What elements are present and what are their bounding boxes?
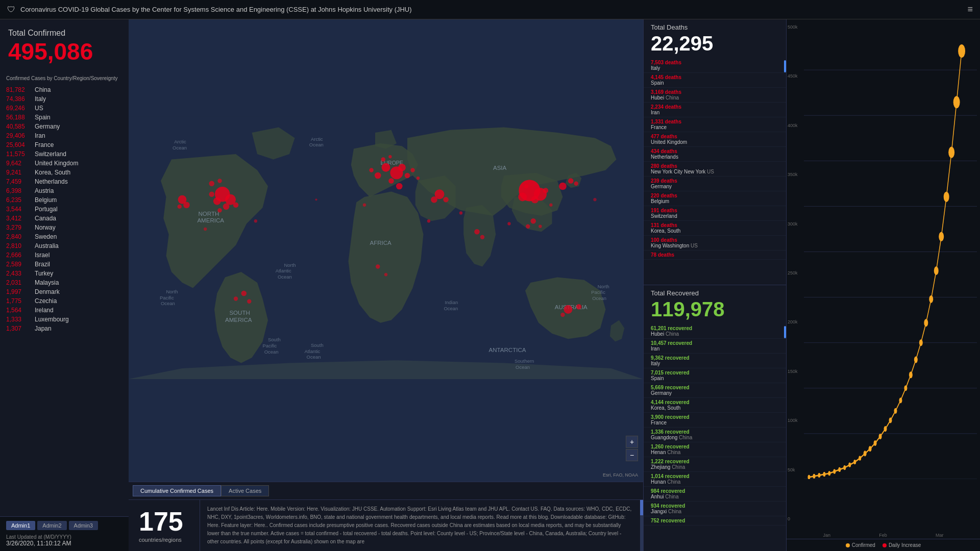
zoom-out-button[interactable]: − [626,449,638,461]
country-item[interactable]: 9,241Korea, South [0,168,129,177]
map-tab-active[interactable]: Active Cases [221,485,269,496]
svg-point-84 [507,222,510,225]
country-item[interactable]: 3,544Portugal [0,205,129,214]
menu-icon[interactable]: ≡ [967,4,973,15]
svg-point-40 [369,168,373,172]
svg-point-42 [396,183,403,190]
svg-point-85 [363,204,366,207]
svg-point-62 [568,178,574,184]
country-count: 9,241 [6,169,32,176]
country-item[interactable]: 2,666Israel [0,251,129,260]
svg-text:Pacific: Pacific [591,289,605,295]
death-count: 220 deaths [651,193,779,198]
country-name: Luxembourg [35,316,69,323]
deaths-section: Total Deaths 22,295 7,503 deathsItaly4,1… [644,19,786,285]
country-count: 69,246 [6,105,32,112]
death-count: 3,169 deaths [651,89,779,95]
map-area: NORTH AMERICA SOUTH AMERICA AFRICA ASIA … [129,19,643,551]
country-count: 74,386 [6,95,32,103]
chart-legend-item[interactable]: Daily Increase [883,542,921,548]
country-count: 2,666 [6,252,32,259]
country-item[interactable]: 2,840Sweden [0,232,129,241]
country-item[interactable]: 1,307Japan [0,324,129,333]
country-item[interactable]: 9,642United Kingdom [0,159,129,168]
country-count: 7,459 [6,178,32,185]
info-text-content: Lancet Inf Dis Article: Here. Mobile Ver… [207,506,631,544]
death-item: 2,234 deathsIran [644,103,786,117]
recovered-item: 61,201 recoveredHubei China [644,324,786,339]
country-item[interactable]: 7,459Netherlands [0,177,129,186]
country-name: Spain [35,114,51,121]
countries-label: countries/regions [139,537,182,543]
admin-tab-2[interactable]: Admin3 [69,521,98,530]
header-left: 🛡 Coronavirus COVID-19 Global Cases by t… [7,5,412,14]
recovered-item: 10,457 recoveredIran [644,339,786,354]
svg-text:Atlantic: Atlantic [304,348,320,354]
country-item[interactable]: 40,585Germany [0,122,129,131]
svg-point-81 [217,179,222,183]
country-item[interactable]: 69,246US [0,104,129,113]
recovered-scroll[interactable] [784,324,786,551]
recovered-count: 1,222 recovered [651,459,779,464]
y-axis-label: 200k [788,319,798,324]
admin-tab-0[interactable]: Admin1 [6,521,35,530]
country-name: Germany [35,123,60,130]
country-item[interactable]: 11,575Switzerland [0,149,129,159]
right-area: Total Deaths 22,295 7,503 deathsItaly4,1… [643,19,980,551]
country-name: Korea, South [35,169,70,176]
country-name: Malaysia [35,279,59,286]
deaths-scroll[interactable] [784,58,786,285]
country-item[interactable]: 74,386Italy [0,94,129,104]
svg-point-41 [388,155,391,158]
death-location: Switzerland [651,213,779,219]
country-count: 2,433 [6,270,32,277]
country-item[interactable]: 2,031Malaysia [0,278,129,287]
country-item[interactable]: 3,279Norway [0,223,129,232]
recovered-count: 1,260 recovered [651,444,779,449]
chart-legend-item[interactable]: Confirmed [846,542,875,548]
country-count: 1,775 [6,297,32,305]
country-item[interactable]: 1,997Denmark [0,287,129,296]
x-axis-label: Jan [823,533,831,538]
map-container[interactable]: NORTH AMERICA SOUTH AMERICA AFRICA ASIA … [129,19,643,482]
header-title: Coronavirus COVID-19 Global Cases by the… [20,6,412,13]
country-item[interactable]: 2,589Brazil [0,260,129,269]
country-count: 2,589 [6,261,32,268]
country-item[interactable]: 1,564Ireland [0,306,129,315]
country-item[interactable]: 2,433Turkey [0,269,129,278]
country-item[interactable]: 6,398Austria [0,186,129,195]
country-count: 9,642 [6,160,32,167]
country-item[interactable]: 29,406Iran [0,131,129,140]
map-controls: + − [626,436,638,461]
legend-label: Daily Increase [889,542,921,548]
svg-point-75 [474,229,480,235]
country-item[interactable]: 81,782China [0,85,129,94]
svg-text:Ocean: Ocean [309,142,324,147]
country-item[interactable]: 6,235Belgium [0,195,129,205]
admin-tab-1[interactable]: Admin2 [37,521,66,530]
svg-text:Ocean: Ocean [516,364,530,370]
country-name: Czechia [35,297,57,305]
death-item: 280 deathsNew York City New York US [644,162,786,177]
svg-text:Pacific: Pacific [160,295,174,300]
country-item[interactable]: 2,810Australia [0,241,129,251]
map-tab-cumulative[interactable]: Cumulative Confirmed Cases [133,485,221,496]
svg-text:Ocean: Ocean [161,300,175,306]
death-count: 477 deaths [651,134,779,139]
death-location: Iran [651,110,779,115]
country-item[interactable]: 3,412Canada [0,214,129,223]
recovered-location: Hubei China [651,331,779,337]
death-location: Belgium [651,198,779,204]
country-item[interactable]: 56,188Spain [0,113,129,122]
zoom-in-button[interactable]: + [626,436,638,448]
svg-point-74 [560,313,565,317]
country-item[interactable]: 1,333Luxembourg [0,315,129,324]
info-scroll[interactable] [640,500,643,551]
svg-text:Arctic: Arctic [311,136,323,142]
y-axis-label: 150k [788,369,798,374]
svg-point-58 [531,196,539,204]
svg-point-65 [431,196,437,203]
country-item[interactable]: 25,604France [0,140,129,149]
country-item[interactable]: 1,775Czechia [0,296,129,306]
death-count: 131 deaths [651,222,779,228]
